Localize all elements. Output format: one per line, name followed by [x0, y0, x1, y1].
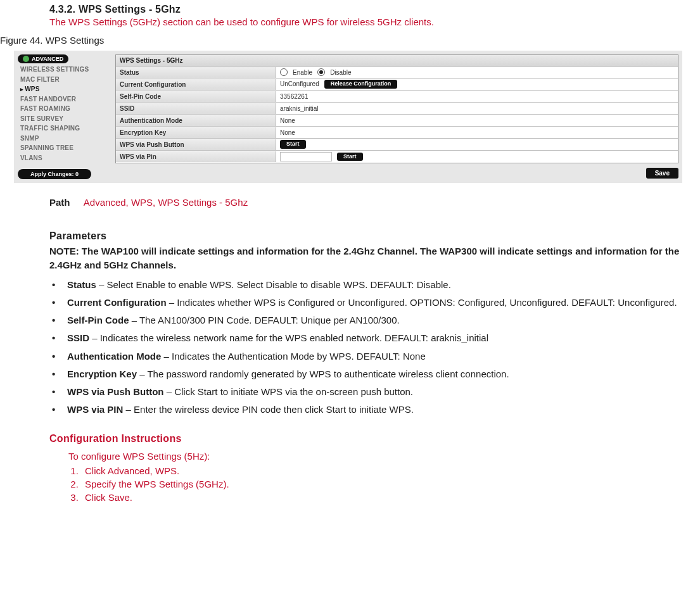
release-config-button[interactable]: Release Configuration: [324, 80, 398, 89]
path-label: Path: [49, 197, 70, 208]
parameter-term: WPS via Push Button: [67, 386, 164, 397]
parameter-desc: – Indicates the Authentication Mode by W…: [161, 351, 425, 362]
parameter-desc: – The AN100/300 PIN Code. DEFAULT: Uniqu…: [129, 315, 400, 325]
radio-disable-label: Disable: [330, 69, 351, 76]
parameter-item: Self-Pin Code – The AN100/300 PIN Code. …: [49, 314, 689, 327]
enc-value: None: [276, 128, 678, 137]
config-step: Click Advanced, WPS.: [81, 465, 689, 476]
sidebar-item-mac-filter[interactable]: MAC FILTER: [18, 75, 106, 85]
sidebar-item-fast-handover[interactable]: FAST HANDOVER: [18, 94, 106, 104]
parameter-term: SSID: [67, 332, 89, 343]
section-heading: 4.3.2. WPS Settings - 5Ghz: [49, 4, 700, 15]
row-enc-label: Encryption Key: [116, 127, 276, 138]
parameters-heading: Parameters: [49, 230, 689, 242]
parameter-desc: – Indicates whether WPS is Configured or…: [167, 297, 677, 308]
parameter-item: SSID – Indicates the wireless network na…: [49, 332, 689, 344]
row-status-label: Status: [116, 67, 276, 78]
radio-enable[interactable]: [280, 68, 288, 76]
advanced-label: ADVANCED: [32, 56, 63, 62]
selfpin-value: 33562261: [276, 92, 678, 101]
row-auth-label: Authentication Mode: [116, 115, 276, 126]
status-dot-icon: [23, 56, 29, 62]
save-button[interactable]: Save: [646, 168, 678, 179]
path-value: Advanced, WPS, WPS Settings - 5Ghz: [84, 197, 248, 208]
config-step: Click Save.: [81, 492, 689, 503]
apply-changes-button[interactable]: Apply Changes: 0: [18, 169, 91, 179]
parameter-desc: – Click Start to initiate WPS via the on…: [164, 386, 414, 397]
parameter-desc: – Indicates the wireless network name fo…: [89, 332, 488, 343]
parameter-term: Encryption Key: [67, 368, 137, 379]
parameter-desc: – Select Enable to enable WPS. Select Di…: [96, 279, 451, 290]
parameters-list: Status – Select Enable to enable WPS. Se…: [49, 279, 689, 417]
parameter-term: Current Configuration: [67, 297, 167, 308]
row-ssid-label: SSID: [116, 103, 276, 114]
config-intro: To configure WPS Settings (5Hz):: [68, 451, 689, 462]
parameter-item: WPS via Push Button – Click Start to ini…: [49, 386, 689, 398]
parameter-item: Status – Select Enable to enable WPS. Se…: [49, 279, 689, 291]
advanced-badge[interactable]: ADVANCED: [18, 54, 68, 63]
parameter-item: WPS via PIN – Enter the wireless device …: [49, 403, 689, 416]
figure-caption: Figure 44. WPS Settings: [0, 35, 700, 46]
wps-pin-start-button[interactable]: Start: [337, 153, 363, 161]
parameter-item: Current Configuration – Indicates whethe…: [49, 296, 689, 309]
screenshot: ADVANCED WIRELESS SETTINGS MAC FILTER WP…: [14, 51, 682, 183]
parameter-term: WPS via PIN: [67, 404, 123, 415]
parameter-term: Self-Pin Code: [67, 315, 129, 325]
radio-enable-label: Enable: [293, 69, 312, 76]
parameter-term: Authentication Mode: [67, 351, 161, 362]
auth-value: None: [276, 116, 678, 125]
config-steps: Click Advanced, WPS.Specify the WPS Sett…: [81, 465, 689, 503]
panel-title: WPS Settings - 5GHz: [116, 55, 678, 66]
sidebar-item-fast-roaming[interactable]: FAST ROAMING: [18, 104, 106, 114]
sidebar-item-vlans[interactable]: VLANS: [18, 153, 106, 163]
row-selfpin-label: Self-Pin Code: [116, 91, 276, 102]
sidebar-item-wps[interactable]: WPS: [18, 84, 106, 94]
parameters-note: NOTE: The WAP100 will indicate settings …: [49, 244, 689, 272]
row-pin-label: WPS via Pin: [116, 151, 276, 162]
config-heading: Configuration Instructions: [49, 433, 689, 444]
parameter-item: Encryption Key – The password randomly g…: [49, 368, 689, 381]
sidebar-item-spanning-tree[interactable]: SPANNING TREE: [18, 143, 106, 153]
parameter-desc: – Enter the wireless device PIN code the…: [123, 404, 414, 415]
parameter-desc: – The password randomly generated by WPS…: [137, 368, 509, 379]
sidebar-item-wireless[interactable]: WIRELESS SETTINGS: [18, 65, 106, 75]
radio-disable[interactable]: [317, 68, 325, 76]
parameter-term: Status: [67, 279, 96, 290]
wps-push-start-button[interactable]: Start: [280, 140, 306, 149]
wps-panel: WPS Settings - 5GHz Status Enable Disabl…: [115, 54, 678, 163]
sidebar-item-snmp[interactable]: SNMP: [18, 134, 106, 144]
section-subtext: The WPS Settings (5GHz) section can be u…: [49, 16, 700, 27]
parameter-item: Authentication Mode – Indicates the Auth…: [49, 350, 689, 363]
ssid-value: araknis_initial: [276, 104, 678, 113]
row-curconf-label: Current Configuration: [116, 79, 276, 90]
curconf-value: UnConfigured: [280, 80, 319, 87]
sidebar-item-site-survey[interactable]: SITE SURVEY: [18, 114, 106, 124]
path-line: Path Advanced, WPS, WPS Settings - 5Ghz: [49, 197, 689, 208]
sidebar-item-traffic-shaping[interactable]: TRAFFIC SHAPING: [18, 123, 106, 134]
config-step: Specify the WPS Settings (5GHz).: [81, 479, 689, 489]
wps-pin-input[interactable]: [280, 152, 332, 161]
row-push-label: WPS via Push Button: [116, 139, 276, 150]
sidebar: ADVANCED WIRELESS SETTINGS MAC FILTER WP…: [18, 54, 106, 179]
